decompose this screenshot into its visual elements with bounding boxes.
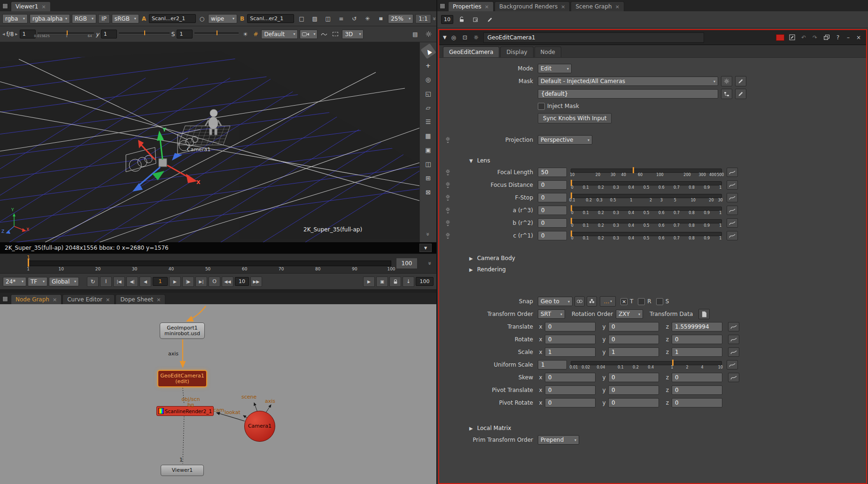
fstop-slider[interactable]: 0.10.20.30.51235102030 (571, 192, 722, 203)
animation-menu-icon[interactable] (439, 207, 456, 214)
lighting-icon[interactable]: ☀ (240, 30, 250, 39)
viewer-settings-icon[interactable] (423, 30, 434, 39)
tab-node[interactable]: Node (535, 46, 561, 57)
animation-menu-icon[interactable] (439, 169, 456, 176)
distortion-c-slider[interactable]: 00.10.20.30.40.50.60.70.80.91 (571, 230, 722, 241)
in-out-button[interactable]: I (100, 277, 112, 287)
pane-menu-icon[interactable] (440, 3, 445, 9)
focus-distance-field[interactable]: 0 (538, 180, 567, 190)
skew-y-field[interactable]: 0 (608, 373, 659, 382)
pivot-rotate-z-field[interactable]: 0 (672, 398, 722, 407)
animation-menu-icon[interactable] (439, 232, 456, 239)
3d-viewport[interactable]: Camera1 2K_Super_35(full-ap) Y X Y X Z ▲… (0, 42, 436, 242)
clear-panels-icon[interactable] (470, 15, 481, 24)
display-shaded-icon[interactable]: ▣ (423, 144, 434, 155)
frame-range-lock-button[interactable]: O (209, 277, 220, 287)
pivot-translate-y-field[interactable]: 0 (608, 385, 659, 395)
mask-settings-button[interactable] (721, 76, 732, 86)
tf-dropdown[interactable]: TF▾ (28, 277, 47, 286)
prim-transform-order-dropdown[interactable]: Prepend▾ (538, 435, 579, 445)
gain-field[interactable]: 1 (20, 30, 36, 38)
rendering-section-header[interactable]: ▶ Rendering (469, 266, 866, 273)
node-camera1[interactable]: Camera1 (244, 411, 275, 442)
translate-z-field[interactable]: 1.55999994 (672, 322, 722, 331)
curve-icon[interactable] (728, 347, 739, 357)
close-icon[interactable]: × (485, 4, 489, 10)
node-geoeditcamera1[interactable]: GeoEditCamera1 (edit) (157, 370, 207, 387)
mask-pick-button[interactable] (735, 89, 746, 99)
snap-link-icon[interactable] (574, 296, 585, 307)
frame-increment-field[interactable]: 10 (235, 277, 249, 286)
slider-marker[interactable] (571, 205, 572, 211)
snap-r-checkbox[interactable] (638, 298, 645, 305)
minimize-panel-icon[interactable]: – (845, 33, 852, 42)
skew-x-field[interactable]: 0 (545, 373, 596, 382)
animation-menu-icon[interactable] (439, 220, 456, 226)
wireframe-grid-icon[interactable]: # (252, 30, 259, 39)
pivot-translate-z-field[interactable]: 0 (672, 385, 722, 395)
close-panel-icon[interactable]: × (855, 33, 862, 42)
snap-dropdown[interactable]: Geo to▾ (538, 297, 573, 306)
curve-icon[interactable] (727, 206, 738, 215)
layer-dropdown[interactable]: rgba▾ (2, 14, 28, 23)
tab-node-graph[interactable]: Node Graph × (11, 294, 62, 304)
distortion-c-field[interactable]: 0 (538, 231, 567, 240)
slider-marker[interactable] (571, 230, 572, 237)
current-frame-field[interactable]: 1 (153, 277, 168, 286)
mode-dropdown[interactable]: Edit▾ (538, 64, 572, 73)
translate-y-field[interactable]: 0 (608, 322, 659, 331)
format-dropdown[interactable]: Default▾ (261, 30, 298, 39)
curve-icon[interactable] (728, 335, 739, 344)
display-split-icon[interactable]: ◫ (423, 158, 434, 169)
uniform-scale-field[interactable]: 1 (538, 360, 567, 369)
lock-panels-icon[interactable] (456, 15, 467, 24)
close-icon[interactable]: × (53, 297, 57, 303)
fps-dropdown[interactable]: 24*▾ (3, 277, 26, 286)
timeline-overflow-icon[interactable]: » (426, 261, 434, 265)
scale-z-field[interactable]: 1 (672, 347, 722, 357)
display-wireframe-icon[interactable]: ▦ (423, 130, 434, 141)
gain-slider[interactable]: 0.015625164 (38, 30, 94, 38)
tab-properties[interactable]: Properties × (448, 1, 494, 11)
node-name-field[interactable]: GeoEditCamera1 (483, 32, 704, 43)
pane-divider[interactable] (0, 289, 436, 293)
gamma-slider[interactable] (119, 30, 170, 38)
render-mode-icon[interactable]: ⊠ (423, 186, 434, 198)
focal-length-slider[interactable]: 1020304060100200300400500 (571, 167, 722, 178)
distortion-a-field[interactable]: 0 (538, 206, 567, 215)
animation-menu-icon[interactable] (439, 137, 456, 143)
frame-hold-button[interactable]: ▣ (376, 277, 388, 287)
center-node-icon[interactable]: ◎ (450, 33, 458, 42)
mask-dropdown[interactable]: Default - Injected/All Cameras▾ (538, 77, 718, 86)
distortion-b-field[interactable]: 0 (538, 218, 567, 228)
rotate-tool-icon[interactable]: ◎ (423, 74, 434, 85)
timeline-ruler[interactable]: 1102030405060708090100 (28, 261, 391, 273)
node-tree-icon[interactable]: ⊡ (461, 33, 469, 42)
next-icon[interactable]: ▶ (15, 32, 17, 36)
tab-display[interactable]: Display (500, 46, 533, 57)
timeline-range-end[interactable]: 100 (396, 258, 418, 269)
lock-range-button[interactable] (389, 277, 401, 287)
uniform-scale-slider[interactable]: 0.010.020.040.10.20.412410 (571, 359, 722, 370)
projection-dropdown[interactable]: Perspective▾ (538, 135, 592, 145)
curve-icon[interactable] (727, 168, 738, 177)
snap-geo-icon[interactable] (587, 296, 597, 307)
scale-tool-icon[interactable]: ◱ (423, 88, 434, 99)
range-end-field[interactable]: 100 (416, 277, 434, 286)
view-mode-dropdown[interactable]: 3D▾ (342, 30, 364, 39)
tab-geoeditcamera[interactable]: GeoEditCamera (443, 46, 499, 57)
skew-z-field[interactable]: 0 (672, 373, 722, 382)
slider-marker[interactable] (571, 192, 572, 199)
swap-ab-icon[interactable]: ○ (198, 14, 206, 23)
toolbar-overflow-icon[interactable]: » (431, 17, 436, 20)
slider-marker[interactable] (571, 180, 572, 186)
go-to-end-button[interactable]: ▶| (195, 277, 207, 287)
flipbook-button[interactable]: ▶ (363, 277, 375, 287)
zoom-1to1-button[interactable]: 1:1 (415, 14, 431, 23)
proxy-toggle-icon[interactable]: ▨ (309, 14, 320, 23)
step-back-button[interactable]: ◀◀ (222, 277, 233, 287)
lens-section-header[interactable]: ▼ Lens (469, 157, 866, 164)
undo-icon[interactable]: ↶ (799, 33, 808, 42)
overlay-icon[interactable]: ▤ (410, 30, 421, 39)
snap-s-checkbox[interactable] (656, 298, 663, 305)
